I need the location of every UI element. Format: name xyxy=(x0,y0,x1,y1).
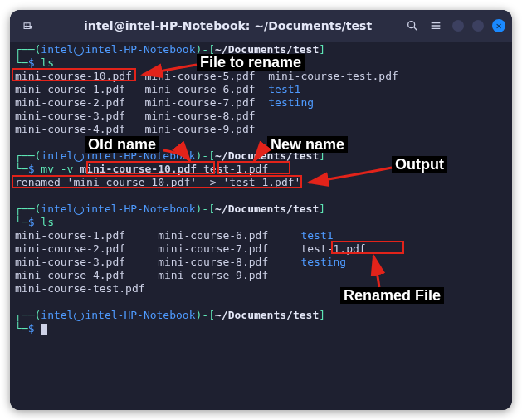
cursor xyxy=(41,324,47,335)
ls-output-row: mini-course-3.pdf mini-course-8.pdf xyxy=(15,110,507,123)
spinner-icon xyxy=(74,46,84,56)
blank-line xyxy=(15,295,507,309)
prompt-line: ┌──(intelintel-HP-Notebook)-[~/Documents… xyxy=(15,43,507,56)
close-button[interactable]: ✕ xyxy=(492,19,505,32)
hamburger-icon xyxy=(429,19,442,32)
highlight-box xyxy=(86,161,215,174)
highlight-box xyxy=(331,241,404,254)
window-controls: ✕ xyxy=(452,19,505,32)
spinner-icon xyxy=(74,205,84,215)
command-line: └─$ ls xyxy=(15,216,507,229)
minimize-button[interactable] xyxy=(452,20,464,32)
titlebar: intel@intel-HP-Notebook: ~/Documents/tes… xyxy=(10,10,512,42)
ls-output-row: mini-course-3.pdf mini-course-8.pdf test… xyxy=(15,256,507,269)
close-icon: ✕ xyxy=(495,20,501,32)
spinner-icon xyxy=(74,152,84,162)
ls-output-row: mini-course-2.pdf mini-course-7.pdf test… xyxy=(15,242,507,256)
ls-output-row: mini-course-test.pdf xyxy=(15,282,507,295)
command-line: └─$ xyxy=(15,322,507,335)
dropdown-icon xyxy=(31,20,34,32)
ls-output-row: mini-course-4.pdf mini-course-9.pdf xyxy=(15,269,507,282)
prompt-line: ┌──(intelintel-HP-Notebook)-[~/Documents… xyxy=(15,203,507,216)
ls-output-row: mini-course-4.pdf mini-course-9.pdf xyxy=(15,123,507,136)
ls-output-row: mini-course-2.pdf mini-course-7.pdf test… xyxy=(15,96,507,110)
blank-line xyxy=(15,189,507,203)
terminal-body[interactable]: ┌──(intelintel-HP-Notebook)-[~/Documents… xyxy=(10,42,512,410)
ls-output-row: mini-course-1.pdf mini-course-6.pdf test… xyxy=(15,83,507,96)
svg-point-0 xyxy=(408,22,415,28)
menu-button[interactable] xyxy=(424,14,447,37)
spinner-icon xyxy=(74,311,84,321)
ls-output-row: mini-course-1.pdf mini-course-6.pdf test… xyxy=(15,229,507,242)
highlight-box xyxy=(217,161,290,174)
search-icon xyxy=(406,19,419,32)
new-tab-button[interactable] xyxy=(17,14,40,37)
prompt-line: ┌──(intelintel-HP-Notebook)-[~/Documents… xyxy=(15,309,507,322)
highlight-box xyxy=(12,68,136,81)
svg-line-1 xyxy=(414,27,417,30)
search-button[interactable] xyxy=(401,14,424,37)
window-title: intel@intel-HP-Notebook: ~/Documents/tes… xyxy=(55,19,401,32)
blank-line xyxy=(15,136,507,149)
terminal-window: intel@intel-HP-Notebook: ~/Documents/tes… xyxy=(10,10,512,410)
maximize-button[interactable] xyxy=(472,20,484,32)
highlight-box xyxy=(12,175,302,188)
